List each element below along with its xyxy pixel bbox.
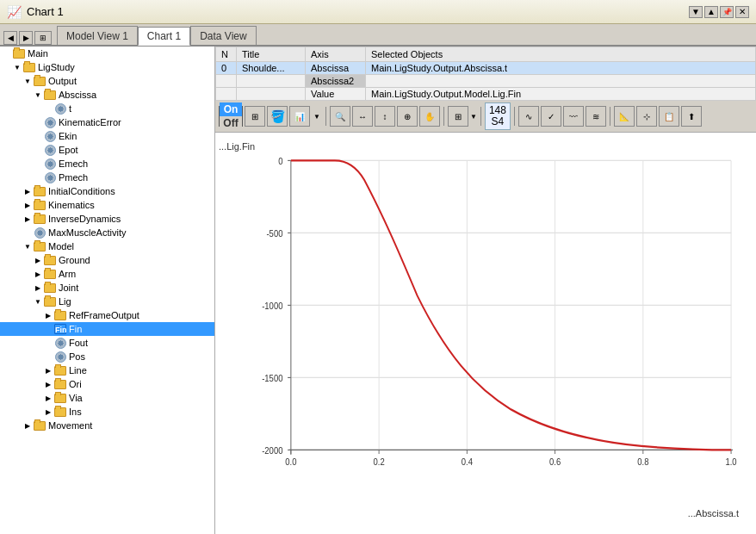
pan-button[interactable]: ✋ xyxy=(419,106,440,127)
sidebar-item-fout[interactable]: Fout xyxy=(0,336,214,350)
tab-model-view[interactable]: Model View 1 xyxy=(57,26,138,45)
expand-icon[interactable]: ▶ xyxy=(22,214,33,224)
cell-title: Shoulde... xyxy=(237,62,306,75)
gear-icon xyxy=(43,116,57,128)
expand-icon[interactable]: ▶ xyxy=(43,407,53,417)
chart-type-button[interactable]: 📊 xyxy=(289,106,310,127)
sidebar-item-kinematics[interactable]: ▶ Kinematics xyxy=(0,198,214,212)
table-row[interactable]: Value Main.LigStudy.Output.Model.Lig.Fin xyxy=(216,88,756,101)
sidebar-item-ligstudy[interactable]: ▼ LigStudy xyxy=(0,60,214,74)
expand-icon[interactable]: ▼ xyxy=(12,62,22,72)
expand-icon[interactable]: ▶ xyxy=(43,365,53,376)
sidebar-item-ori[interactable]: ▶ Ori xyxy=(0,377,214,391)
zoom-x-button[interactable]: ↔ xyxy=(352,106,373,127)
sidebar-item-pmech[interactable]: Pmech xyxy=(0,171,214,184)
measure-button[interactable]: 📐 xyxy=(614,106,635,127)
expand-icon[interactable]: ▶ xyxy=(43,310,53,320)
tab-chart1[interactable]: Chart 1 xyxy=(138,27,190,46)
layout-dropdown[interactable]: ▼ xyxy=(470,113,477,121)
expand-icon[interactable]: ▶ xyxy=(43,379,53,389)
sidebar-item-epot[interactable]: Epot xyxy=(0,143,214,157)
sidebar-item-output[interactable]: ▼ Output xyxy=(0,74,214,88)
expand-icon xyxy=(33,117,43,127)
gear-icon xyxy=(43,130,57,142)
title-bar-title: Chart 1 xyxy=(27,5,64,18)
gear-icon: Fin xyxy=(53,323,67,335)
expand-icon[interactable] xyxy=(2,48,12,59)
svg-text:-1500: -1500 xyxy=(262,374,282,384)
sidebar-item-initialconditions[interactable]: ▶ InitialConditions xyxy=(0,184,214,198)
layout-button[interactable]: ⊞ xyxy=(448,106,468,127)
zoom-fit-button[interactable]: 🔍 xyxy=(330,106,350,127)
chart-type-dropdown[interactable]: ▼ xyxy=(312,111,322,121)
svg-text:1.0: 1.0 xyxy=(725,457,736,468)
zoom-y-button[interactable]: ↕ xyxy=(375,106,395,127)
maximize-button[interactable]: ▲ xyxy=(704,6,718,18)
zoom-xy-button[interactable]: ⊕ xyxy=(397,106,418,127)
svg-text:0.6: 0.6 xyxy=(549,457,561,468)
export-button[interactable]: ⬆ xyxy=(681,106,702,127)
folder-icon xyxy=(43,282,57,294)
stats-button[interactable]: 📋 xyxy=(659,106,679,127)
expand-icon[interactable]: ▶ xyxy=(22,186,33,196)
sidebar-item-model[interactable]: ▼ Model xyxy=(0,239,214,253)
sidebar-item-fin[interactable]: Fin Fin xyxy=(0,322,214,336)
cursor-button[interactable]: ⊹ xyxy=(636,106,657,127)
onoff-toggle[interactable]: On Off xyxy=(219,106,243,127)
title-bar-icon: 📈 xyxy=(7,5,22,19)
folder-icon xyxy=(33,240,46,252)
sidebar-item-joint[interactable]: ▶ Joint xyxy=(0,281,214,295)
table-row[interactable]: 0 Shoulde... Abscissa Main.LigStudy.Outp… xyxy=(216,62,756,75)
sidebar-item-ground[interactable]: ▶ Ground xyxy=(0,253,214,267)
table-row[interactable]: Abscissa2 xyxy=(216,75,756,88)
expand-icon[interactable]: ▶ xyxy=(43,393,53,403)
sidebar-item-ins[interactable]: ▶ Ins xyxy=(0,405,214,419)
sidebar-item-kinematicerror[interactable]: KinematicError xyxy=(0,115,214,129)
sidebar-item-maxmuscleactivity[interactable]: MaxMuscleActivity xyxy=(0,226,214,239)
expand-icon[interactable]: ▼ xyxy=(22,76,33,86)
expand-icon[interactable]: ▼ xyxy=(22,241,33,251)
sidebar-item-ekin[interactable]: Ekin xyxy=(0,129,214,143)
grid-button[interactable]: ⊞ xyxy=(245,106,265,127)
tab-next-button[interactable]: ▶ xyxy=(19,31,33,45)
sidebar-item-t[interactable]: t xyxy=(0,102,214,115)
tab-data-view[interactable]: Data View xyxy=(190,26,256,45)
separator xyxy=(610,107,610,126)
sidebar-item-abscissa[interactable]: ▼ Abscissa xyxy=(0,88,214,102)
sidebar-item-inversedynamics[interactable]: ▶ InverseDynamics xyxy=(0,212,214,226)
sidebar-item-label: Line xyxy=(69,365,87,376)
curve-button[interactable]: ∿ xyxy=(518,106,539,127)
cell-axis: Value xyxy=(306,88,366,101)
sidebar-item-label: Lig xyxy=(59,296,71,307)
sidebar-item-refframeoutput[interactable]: ▶ RefFrameOutput xyxy=(0,308,214,322)
sidebar-item-emech[interactable]: Emech xyxy=(0,157,214,171)
expand-icon[interactable]: ▶ xyxy=(33,283,43,293)
color-button[interactable]: 🪣 xyxy=(267,106,288,127)
sidebar-item-movement[interactable]: ▶ Movement xyxy=(0,419,214,432)
sidebar-item-main[interactable]: Main xyxy=(0,47,214,60)
tab-menu-button[interactable]: ⊞ xyxy=(34,31,52,45)
expand-icon[interactable]: ▶ xyxy=(22,200,33,210)
sidebar-item-pos[interactable]: Pos xyxy=(0,350,214,363)
sidebar-item-arm[interactable]: ▶ Arm xyxy=(0,267,214,281)
sidebar-item-via[interactable]: ▶ Via xyxy=(0,391,214,405)
pin-button[interactable]: 📌 xyxy=(720,6,734,18)
tab-prev-button[interactable]: ◀ xyxy=(3,31,17,45)
expand-icon xyxy=(22,227,33,238)
expand-icon[interactable]: ▶ xyxy=(33,269,43,279)
style-button[interactable]: ≋ xyxy=(586,106,606,127)
minimize-button[interactable]: ▼ xyxy=(689,6,703,18)
wave-button[interactable]: 〰 xyxy=(563,106,584,127)
sidebar-item-lig[interactable]: ▼ Lig xyxy=(0,295,214,308)
expand-icon[interactable]: ▼ xyxy=(33,296,43,307)
folder-icon xyxy=(43,254,57,266)
expand-icon[interactable]: ▼ xyxy=(33,90,43,100)
cell-objects xyxy=(366,75,756,88)
sidebar-item-label: Movement xyxy=(48,420,92,431)
marker-button[interactable]: ✓ xyxy=(541,106,561,127)
main-layout: Main ▼ LigStudy ▼ Output ▼ Abscissa t xyxy=(0,47,756,534)
close-button[interactable]: ✕ xyxy=(735,6,749,18)
expand-icon[interactable]: ▶ xyxy=(33,255,43,265)
sidebar-item-line[interactable]: ▶ Line xyxy=(0,363,214,377)
expand-icon[interactable]: ▶ xyxy=(22,420,33,431)
